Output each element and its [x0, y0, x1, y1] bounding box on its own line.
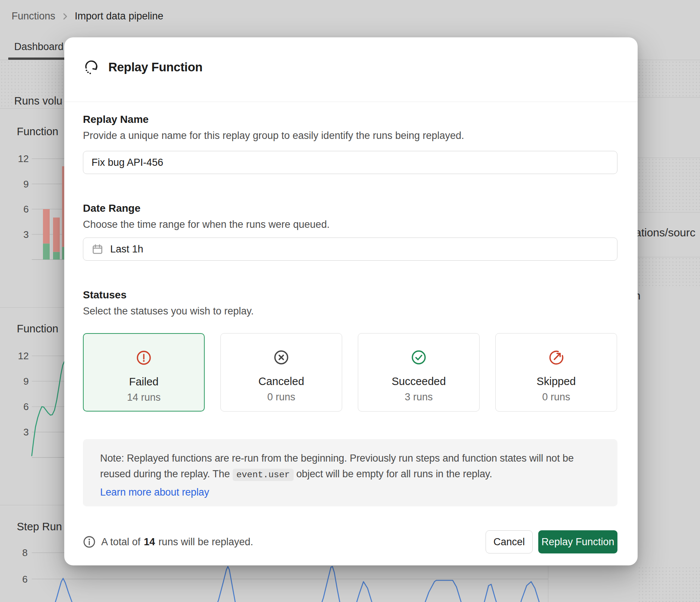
- breadcrumb-item-import-data-pipeline[interactable]: Import data pipeline: [75, 10, 163, 22]
- svg-text:6: 6: [24, 401, 29, 412]
- replay-icon: [83, 59, 99, 75]
- status-card-succeeded[interactable]: Succeeded 3 runs: [358, 333, 480, 412]
- footer-summary: A total of 14 runs will be replayed.: [83, 536, 253, 548]
- screen: Functions Import data pipeline Dashboard…: [0, 0, 700, 602]
- svg-text:3: 3: [24, 426, 29, 438]
- alert-circle-icon: [136, 350, 152, 366]
- note-text-suffix: object will be empty for all runs in the…: [294, 468, 492, 480]
- date-range-label: Date Range: [83, 202, 140, 214]
- breadcrumb-item-functions[interactable]: Functions: [12, 10, 55, 22]
- breadcrumb: Functions Import data pipeline: [12, 10, 163, 22]
- statuses-description: Select the statuses you wish to replay.: [83, 305, 254, 317]
- panel-divider: [638, 212, 700, 212]
- note-box: Note: Replayed functions are re-run from…: [83, 439, 617, 506]
- replay-name-label: Replay Name: [83, 114, 149, 125]
- status-label: Skipped: [537, 375, 576, 388]
- skip-forward-icon: [548, 349, 564, 366]
- summary-suffix: runs will be replayed.: [158, 536, 253, 548]
- chart-title-function-runs: Function: [17, 125, 58, 138]
- status-runs: 0 runs: [267, 391, 295, 403]
- texture-band: [638, 257, 700, 288]
- statuses-label: Statuses: [83, 289, 127, 301]
- date-range-description: Choose the time range for when the runs …: [83, 219, 329, 230]
- panel-divider: [638, 97, 700, 97]
- learn-more-link[interactable]: Learn more about replay: [100, 484, 209, 500]
- panel-title-runs-volume: Runs volu: [14, 95, 62, 107]
- svg-text:4: 4: [22, 600, 28, 602]
- svg-text:9: 9: [24, 376, 29, 387]
- texture-band: [638, 566, 700, 602]
- svg-text:8: 8: [22, 547, 28, 558]
- texture-band: [638, 158, 700, 212]
- date-range-picker[interactable]: Last 1h: [83, 238, 617, 261]
- x-circle-icon: [273, 349, 289, 366]
- info-icon: [83, 536, 96, 548]
- panel-divider: [0, 505, 64, 505]
- svg-text:3: 3: [24, 229, 29, 240]
- total-count: 14: [144, 536, 155, 548]
- svg-text:12: 12: [18, 350, 29, 361]
- check-circle-icon: [411, 349, 427, 366]
- tab-dashboard[interactable]: Dashboard: [14, 41, 64, 53]
- inline-code: event.user: [233, 469, 294, 481]
- summary-prefix: A total of: [101, 536, 140, 548]
- calendar-icon: [92, 243, 103, 255]
- status-runs: 14 runs: [127, 392, 161, 403]
- panel-divider-vertical: [548, 566, 548, 602]
- panel-divider: [0, 108, 64, 109]
- panel-divider: [0, 307, 64, 308]
- right-edge-text-fragment: ations/sourc: [635, 226, 696, 239]
- status-runs: 3 runs: [405, 391, 433, 403]
- panel-divider: [638, 158, 700, 158]
- replay-name-input[interactable]: [83, 151, 617, 174]
- replay-function-dialog: Replay Function Replay Name Provide a un…: [64, 37, 638, 565]
- status-runs: 0 runs: [542, 391, 570, 403]
- status-label: Failed: [129, 376, 159, 388]
- replay-name-description: Provide a unique name for this replay gr…: [83, 130, 464, 142]
- svg-text:6: 6: [22, 574, 28, 585]
- status-label: Canceled: [258, 375, 304, 388]
- header-divider: [64, 102, 638, 102]
- status-card-skipped[interactable]: Skipped 0 runs: [495, 333, 617, 412]
- dialog-title: Replay Function: [108, 60, 202, 74]
- svg-text:6: 6: [24, 204, 29, 215]
- date-range-value: Last 1h: [110, 243, 143, 255]
- replay-function-button[interactable]: Replay Function: [538, 530, 617, 553]
- svg-text:12: 12: [18, 153, 29, 164]
- texture-band: [638, 60, 700, 97]
- cancel-button[interactable]: Cancel: [486, 530, 533, 553]
- status-card-failed[interactable]: Failed 14 runs: [83, 333, 205, 412]
- svg-text:9: 9: [24, 179, 29, 190]
- chevron-right-icon: [61, 12, 69, 21]
- status-label: Succeeded: [391, 375, 446, 388]
- panel-divider: [638, 257, 700, 257]
- status-card-canceled[interactable]: Canceled 0 runs: [220, 333, 342, 412]
- chart-title-step-runs: Step Run: [17, 521, 62, 533]
- chart-title-function-line: Function: [17, 323, 58, 335]
